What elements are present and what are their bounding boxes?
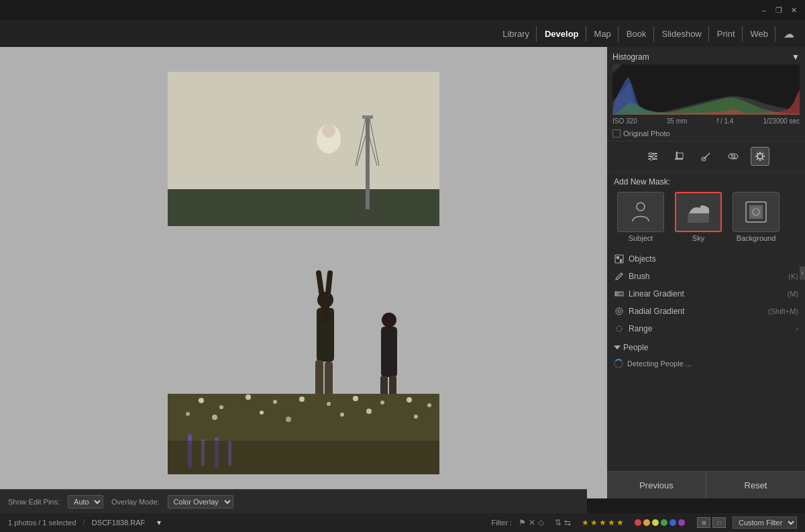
svg-point-26 — [299, 396, 305, 402]
color-purple[interactable] — [678, 519, 685, 526]
histogram-dropdown-icon[interactable]: ▼ — [792, 52, 800, 62]
masking-tool[interactable] — [751, 147, 769, 166]
file-name: DSCF1838.RAF — [92, 519, 145, 527]
people-label: People — [623, 343, 648, 352]
right-panel: Histogram ▼ I — [607, 47, 805, 498]
range-arrow: › — [796, 325, 798, 333]
svg-point-31 — [427, 403, 431, 407]
close-button[interactable]: ✕ — [788, 4, 800, 16]
radial-gradient-icon — [614, 306, 625, 317]
menu-web[interactable]: Web — [744, 26, 776, 42]
restore-button[interactable]: ❐ — [773, 4, 785, 16]
right-panel-expand[interactable]: › — [800, 266, 805, 280]
color-blue[interactable] — [669, 519, 676, 526]
reset-button[interactable]: Reset — [706, 472, 805, 498]
svg-point-70 — [618, 310, 621, 313]
mask-background[interactable]: Background — [729, 192, 783, 242]
mask-sky[interactable]: Sky — [672, 192, 725, 242]
original-photo-checkbox[interactable] — [612, 129, 621, 138]
tools-row — [607, 142, 805, 172]
range-label: Range — [629, 324, 652, 333]
svg-rect-4 — [362, 115, 373, 119]
mask-linear-gradient[interactable]: Linear Gradient (M) — [614, 285, 798, 303]
radial-gradient-shortcut: (Shift+M) — [768, 307, 798, 315]
menu-library[interactable]: Library — [496, 26, 537, 42]
histogram-section: Histogram ▼ I — [607, 47, 805, 142]
star-1[interactable]: ★ — [582, 518, 589, 527]
menu-develop[interactable]: Develop — [538, 26, 586, 42]
mask-sky-icon — [675, 192, 722, 232]
objects-label: Objects — [629, 254, 656, 264]
stars-rating: ★ ★ ★ ★ ★ — [582, 518, 624, 527]
svg-point-22 — [199, 398, 204, 403]
mask-range[interactable]: Range › — [614, 320, 798, 337]
rejected-icon[interactable]: ✕ — [529, 518, 535, 527]
previous-button[interactable]: Previous — [607, 472, 706, 498]
mask-background-label: Background — [737, 234, 776, 242]
mask-sky-label: Sky — [692, 234, 704, 242]
mask-subject[interactable]: Subject — [614, 192, 667, 242]
people-header[interactable]: People — [614, 340, 798, 355]
histogram-graph — [612, 64, 800, 115]
histogram-header: Histogram ▼ — [612, 50, 800, 64]
photo-container — [168, 72, 439, 474]
star-3[interactable]: ★ — [599, 518, 606, 527]
sort-icon[interactable]: ⇅ — [555, 518, 561, 527]
filter-label: Filter : — [491, 519, 512, 527]
menu-slideshow[interactable]: Slideshow — [655, 26, 709, 42]
sort-icons: ⇅ ⇆ — [555, 518, 571, 527]
svg-rect-61 — [688, 213, 709, 223]
mask-objects[interactable]: Objects — [614, 250, 798, 268]
svg-point-38 — [414, 415, 418, 419]
overlay-mode-select[interactable]: Color Overlay — [168, 495, 233, 509]
cloud-icon[interactable]: ☁ — [784, 28, 794, 40]
star-2[interactable]: ★ — [590, 518, 598, 527]
main-area: Histogram ▼ I — [0, 47, 805, 498]
menu-bar: Library Develop Map Book Slideshow Print… — [0, 20, 805, 47]
color-yellow[interactable] — [652, 519, 659, 526]
star-4[interactable]: ★ — [608, 518, 615, 527]
svg-point-17 — [382, 313, 396, 327]
color-red[interactable] — [635, 519, 641, 526]
sort2-icon[interactable]: ⇆ — [564, 518, 571, 527]
brush-label: Brush — [629, 272, 649, 281]
loupe-view-icon[interactable]: □ — [712, 517, 726, 528]
mask-brush[interactable]: Brush (K) — [614, 268, 798, 285]
detecting-spinner — [614, 359, 623, 368]
eye-tool[interactable] — [724, 147, 743, 166]
star-5[interactable]: ★ — [616, 518, 624, 527]
dropdown-icon[interactable]: ▾ — [157, 518, 161, 527]
overlay-mode-label: Overlay Mode: — [111, 498, 160, 506]
show-edit-pins-select[interactable]: Auto — [68, 495, 103, 509]
svg-rect-63 — [749, 205, 763, 219]
menu-print[interactable]: Print — [710, 26, 743, 42]
menu-book[interactable]: Book — [620, 26, 654, 42]
svg-point-24 — [246, 394, 251, 400]
histogram-svg — [612, 64, 800, 115]
menu-map[interactable]: Map — [588, 26, 619, 42]
healing-tool[interactable] — [697, 147, 716, 166]
crop-tool[interactable] — [670, 147, 689, 166]
filter-icons: ⚑ ✕ ◇ — [519, 518, 544, 527]
color-orange[interactable] — [643, 519, 650, 526]
svg-point-71 — [616, 326, 622, 331]
svg-point-37 — [366, 409, 372, 414]
linear-gradient-shortcut: (M) — [788, 290, 799, 298]
custom-filter-select[interactable]: Custom Filter — [733, 517, 797, 529]
mask-range-left: Range — [614, 323, 652, 334]
minimize-button[interactable]: – — [758, 4, 770, 16]
svg-point-34 — [260, 411, 264, 415]
radial-gradient-label: Radial Gradient — [629, 307, 684, 316]
color-green[interactable] — [661, 519, 667, 526]
flag-icon[interactable]: ⚑ — [519, 518, 526, 527]
svg-marker-44 — [682, 64, 683, 66]
basic-adjustments-tool[interactable] — [643, 147, 662, 166]
mask-radial-gradient[interactable]: Radial Gradient (Shift+M) — [614, 303, 798, 320]
linear-gradient-label: Linear Gradient — [629, 289, 684, 299]
iso-value: ISO 320 — [612, 117, 637, 125]
grid-view-icon[interactable]: ⊞ — [697, 517, 710, 528]
unflagged-icon[interactable]: ◇ — [538, 518, 544, 527]
svg-point-28 — [353, 396, 358, 401]
svg-rect-18 — [381, 327, 397, 377]
detecting-label: Detecting People ... — [627, 360, 692, 368]
